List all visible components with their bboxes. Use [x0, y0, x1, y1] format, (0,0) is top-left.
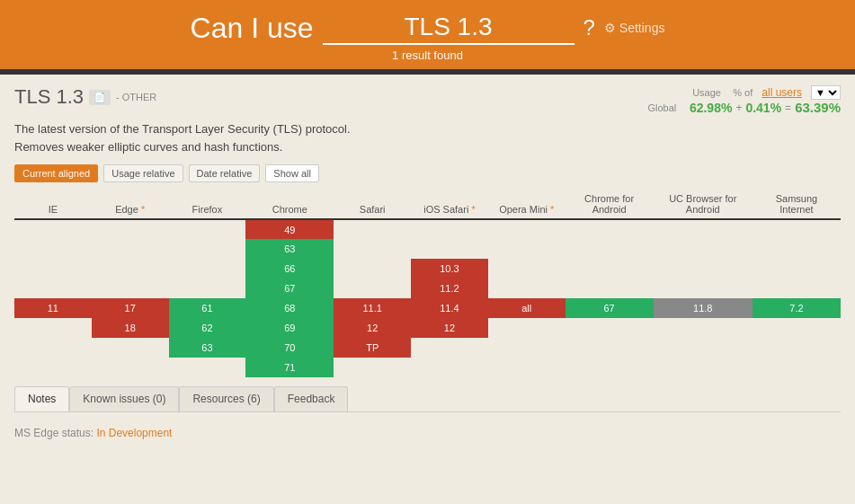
table-row: 71: [14, 358, 841, 377]
usage-percent-extra: 0.41%: [745, 101, 781, 115]
cell-safari-row5[interactable]: 12: [334, 318, 411, 338]
cell-safari-row6[interactable]: TP: [334, 338, 411, 358]
usage-section: Usage % of all users ▼ Global 62.98% + 0…: [647, 85, 841, 115]
cell-chrome-row1[interactable]: 63: [245, 239, 334, 259]
usage-region: Global: [647, 102, 676, 113]
browser-header-ie: IE: [14, 190, 92, 219]
cell-chrome-row7[interactable]: 71: [245, 358, 334, 377]
table-row: 6370TP: [14, 338, 841, 358]
browser-header-safari: Safari: [334, 190, 411, 219]
table-row: 63: [14, 239, 841, 259]
cell-firefox-row3: [169, 279, 246, 298]
cell-chrome_android-row4[interactable]: 67: [566, 298, 654, 318]
show-all-button[interactable]: Show all: [265, 164, 319, 182]
browser-header-firefox: Firefox: [169, 190, 246, 219]
filter-date-relative[interactable]: Date relative: [189, 164, 261, 182]
cell-chrome_android-row1: [566, 239, 654, 259]
search-input[interactable]: [323, 11, 574, 45]
table-row: 1117616811.111.4all6711.87.2: [14, 298, 841, 318]
cell-safari-row1: [334, 239, 411, 259]
cell-edge-row4[interactable]: 17: [92, 298, 169, 318]
cell-ios-row3[interactable]: 11.2: [411, 279, 488, 298]
feature-description: The latest version of the Transport Laye…: [14, 120, 841, 155]
cell-edge-row3: [92, 279, 169, 298]
cell-chrome-row0[interactable]: 49: [245, 219, 334, 239]
cell-ios-row1: [411, 239, 488, 259]
cell-chrome_android-row3: [566, 279, 654, 298]
cell-samsung-row5: [753, 318, 841, 338]
cell-firefox-row6[interactable]: 63: [169, 338, 246, 358]
browser-header-samsung: SamsungInternet: [753, 190, 841, 219]
all-users-link[interactable]: all users: [761, 86, 802, 99]
cell-firefox-row1: [169, 239, 246, 259]
site-title: Can I use: [191, 12, 314, 45]
browser-header-opera: Opera Mini *: [488, 190, 566, 219]
cell-opera-row0: [488, 219, 566, 239]
filter-usage-relative[interactable]: Usage relative: [103, 164, 183, 182]
cell-samsung-row1: [753, 239, 841, 259]
cell-opera-row7: [488, 358, 566, 377]
cell-ios-row0: [411, 219, 488, 239]
usage-region-select[interactable]: ▼: [811, 85, 841, 100]
cell-opera-row2: [488, 259, 566, 279]
cell-ios-row2[interactable]: 10.3: [411, 259, 488, 279]
cell-chrome-row4[interactable]: 68: [245, 298, 334, 318]
cell-samsung-row2: [753, 259, 841, 279]
cell-ie-row4[interactable]: 11: [14, 298, 92, 318]
cell-ios-row5[interactable]: 12: [411, 318, 488, 338]
cell-firefox-row5[interactable]: 62: [169, 318, 246, 338]
filter-current-aligned[interactable]: Current aligned: [14, 164, 98, 182]
cell-ios-row4[interactable]: 11.4: [411, 298, 488, 318]
cell-chrome-row3[interactable]: 67: [245, 279, 334, 298]
cell-ie-row6: [14, 338, 92, 358]
settings-button[interactable]: ⚙ Settings: [604, 21, 665, 35]
cell-ios-row6: [411, 338, 488, 358]
cell-ie-row2: [14, 259, 92, 279]
table-row: 6711.2: [14, 279, 841, 298]
tab-feedback[interactable]: Feedback: [274, 386, 349, 411]
feature-doc-icon[interactable]: 📄: [89, 90, 111, 105]
usage-label: Usage: [692, 87, 721, 98]
cell-ie-row0: [14, 219, 92, 239]
feature-header: TLS 1.3 📄 - OTHER Usage % of all users ▼…: [14, 85, 841, 115]
table-row: 49: [14, 219, 841, 239]
feature-desc-line1: The latest version of the Transport Laye…: [14, 122, 351, 136]
cell-chrome-row6[interactable]: 70: [245, 338, 334, 358]
browser-header-row: IE Edge * Firefox Chrome Safari iOS Safa…: [14, 190, 841, 219]
cell-safari-row4[interactable]: 11.1: [334, 298, 411, 318]
cell-firefox-row2: [169, 259, 246, 279]
status-prefix: MS Edge status:: [14, 427, 94, 439]
cell-chrome-row5[interactable]: 69: [245, 318, 334, 338]
cell-firefox-row4[interactable]: 61: [169, 298, 246, 318]
feature-title-area: TLS 1.3 📄 - OTHER: [14, 85, 156, 109]
cell-edge-row1: [92, 239, 169, 259]
cell-ie-row1: [14, 239, 92, 259]
usage-equals: =: [785, 102, 791, 114]
cell-ie-row3: [14, 279, 92, 298]
tab-resources-(6)[interactable]: Resources (6): [179, 386, 273, 411]
help-icon[interactable]: ?: [583, 15, 595, 40]
cell-samsung-row6: [753, 338, 841, 358]
cell-uc-row3: [654, 279, 753, 298]
tab-notes[interactable]: Notes: [14, 386, 69, 411]
cell-opera-row1: [488, 239, 566, 259]
cell-samsung-row4[interactable]: 7.2: [753, 298, 841, 318]
cell-samsung-row3: [753, 279, 841, 298]
cell-uc-row6: [654, 338, 753, 358]
usage-row: Global 62.98% + 0.41% = 63.39%: [647, 100, 841, 115]
tab-known-issues-(0)[interactable]: Known issues (0): [69, 386, 179, 411]
cell-edge-row6: [92, 338, 169, 358]
cell-opera-row3: [488, 279, 566, 298]
status-link[interactable]: In Development: [96, 427, 172, 439]
cell-opera-row4[interactable]: all: [488, 298, 566, 318]
header: Can I use ? ⚙ Settings 1 result found: [0, 0, 855, 69]
cell-firefox-row7: [169, 358, 246, 377]
feature-title: TLS 1.3 📄 - OTHER: [14, 85, 156, 109]
cell-samsung-row0: [753, 219, 841, 239]
usage-percent-base: 62.98%: [690, 101, 732, 115]
cell-uc-row0: [654, 219, 753, 239]
cell-chrome-row2[interactable]: 66: [245, 259, 334, 279]
cell-uc-row4[interactable]: 11.8: [654, 298, 753, 318]
cell-edge-row5[interactable]: 18: [92, 318, 169, 338]
browser-header-ios: iOS Safari *: [411, 190, 488, 219]
